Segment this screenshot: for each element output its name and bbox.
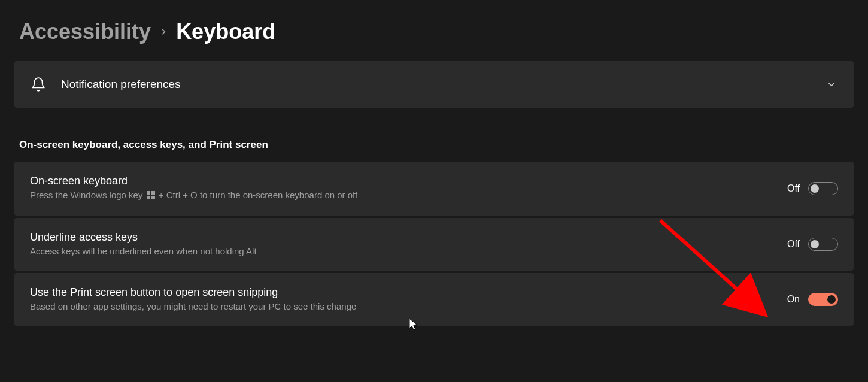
svg-rect-1 [151, 191, 155, 195]
osk-description: Press the Windows logo key + Ctrl + O to… [30, 189, 773, 202]
printscreen-state-label: On [787, 294, 800, 305]
printscreen-toggle[interactable] [808, 293, 838, 306]
svg-rect-3 [151, 196, 155, 199]
printscreen-title: Use the Print screen button to open scre… [30, 286, 773, 299]
osk-title: On-screen keyboard [30, 175, 773, 187]
notification-preferences-title: Notification preferences [61, 78, 812, 91]
breadcrumb: Accessibility Keyboard [0, 19, 868, 61]
print-screen-row: Use the Print screen button to open scre… [14, 273, 854, 326]
on-screen-keyboard-row: On-screen keyboard Press the Windows log… [14, 162, 854, 216]
svg-rect-2 [147, 196, 150, 199]
section-title: On-screen keyboard, access keys, and Pri… [0, 110, 868, 162]
breadcrumb-current: Keyboard [176, 19, 275, 44]
notification-preferences-row[interactable]: Notification preferences [14, 61, 854, 108]
windows-logo-icon [147, 190, 155, 202]
printscreen-description: Based on other app settings, you might n… [30, 300, 773, 313]
underline-state-label: Off [787, 239, 800, 250]
underline-access-keys-row: Underline access keys Access keys will b… [14, 218, 854, 271]
chevron-right-icon [159, 24, 168, 40]
breadcrumb-parent[interactable]: Accessibility [19, 19, 151, 44]
bell-icon [30, 77, 47, 92]
osk-toggle[interactable] [808, 182, 838, 195]
chevron-down-icon [826, 79, 838, 90]
osk-state-label: Off [787, 183, 800, 194]
underline-toggle[interactable] [808, 238, 838, 251]
underline-description: Access keys will be underlined even when… [30, 245, 773, 257]
underline-title: Underline access keys [30, 231, 773, 244]
svg-rect-0 [147, 191, 150, 195]
